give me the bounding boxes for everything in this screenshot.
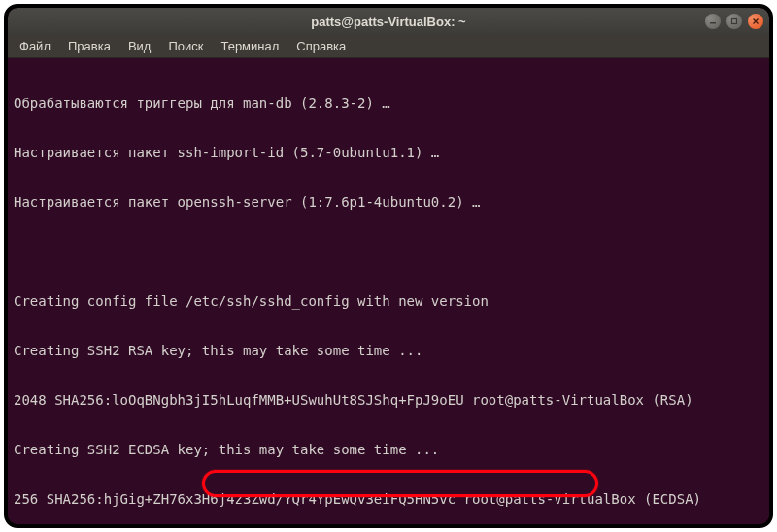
- menu-search[interactable]: Поиск: [160, 37, 211, 55]
- output-line: Обрабатываются триггеры для man-db (2.8.…: [14, 95, 763, 112]
- menu-view[interactable]: Вид: [120, 37, 159, 55]
- output-line: Настраивается пакет openssh-server (1:7.…: [14, 194, 763, 211]
- output-line: Creating SSH2 RSA key; this may take som…: [14, 343, 763, 359]
- menu-edit[interactable]: Правка: [60, 37, 118, 55]
- output-line: Настраивается пакет ssh-import-id (5.7-0…: [14, 145, 763, 161]
- svg-rect-1: [732, 19, 737, 24]
- maximize-button[interactable]: [726, 14, 742, 29]
- output-line: [14, 244, 763, 260]
- menu-file[interactable]: Файл: [12, 37, 58, 55]
- svg-rect-0: [710, 22, 716, 24]
- output-line: Creating SSH2 ECDSA key; this may take s…: [14, 442, 763, 458]
- menu-help[interactable]: Справка: [288, 37, 354, 55]
- close-button[interactable]: [748, 14, 763, 29]
- output-line: Creating config file /etc/ssh/sshd_confi…: [14, 293, 763, 310]
- window-controls: [705, 14, 763, 29]
- terminal-window: patts@patts-VirtualBox: ~ Файл Правка Ви…: [4, 4, 773, 528]
- minimize-button[interactable]: [705, 14, 721, 29]
- terminal-area[interactable]: Обрабатываются триггеры для man-db (2.8.…: [8, 58, 769, 524]
- menu-terminal[interactable]: Терминал: [213, 37, 287, 55]
- menubar: Файл Правка Вид Поиск Терминал Справка: [8, 35, 769, 58]
- window-title: patts@patts-VirtualBox: ~: [311, 15, 465, 29]
- output-line: 256 SHA256:hjGig+ZH76x3H6j4z3Zwd/YQr4YpE…: [14, 491, 763, 508]
- output-line: 2048 SHA256:loOqBNgbh3jI5hLuqfMMB+USwuhU…: [14, 392, 763, 409]
- titlebar[interactable]: patts@patts-VirtualBox: ~: [8, 8, 769, 35]
